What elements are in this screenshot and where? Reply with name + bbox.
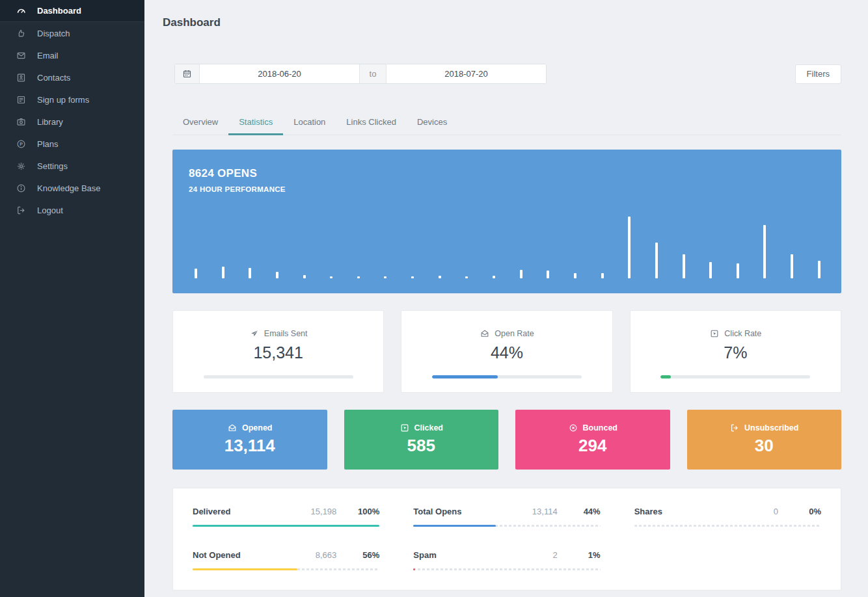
tab-links-clicked[interactable]: Links Clicked [336,112,407,135]
sidebar-item-dispatch[interactable]: Dispatch [0,22,144,44]
sidebar-menu: Dashboard Dispatch Email Contacts Sign u… [0,0,144,221]
sidebar-item-label: Sign up forms [37,95,89,105]
breakdown-panel: Delivered 15,198 100% Total Opens 13,114… [172,488,841,590]
stat-card-label: Emails Sent [173,328,383,339]
clicked-icon [400,423,410,433]
sidebar-item-sign-up-forms[interactable]: Sign up forms [0,88,144,111]
breakdown-label: Total Opens [413,507,532,516]
chart-bar [574,273,576,278]
tab-label: Links Clicked [346,117,396,127]
chart-bar [601,273,604,278]
chart-bar [384,276,387,278]
stat-card-value: 15,341 [173,343,383,362]
tab-list: Overview Statistics Location Links Click… [172,112,457,135]
tab-location[interactable]: Location [283,112,336,135]
opens-chart-panel: 8624 OPENS 24 HOUR PERFORMANCE [172,150,841,293]
breakdown-progress-fill [193,525,379,527]
breakdown-percent: 100% [356,507,379,516]
sidebar-item-label: Settings [37,161,68,171]
chart-bar [683,254,685,278]
sidebar-item-knowledge-base[interactable]: Knowledge Base [0,177,144,199]
metric-card-label: Unsubscribed [687,423,842,433]
metric-card-label: Opened [172,423,327,433]
tab-label: Devices [417,117,447,127]
sidebar-item-contacts[interactable]: Contacts [0,66,144,88]
breakdown-row-shares: Shares 0 0% [634,501,821,527]
email-icon [16,50,26,60]
sidebar-item-logout[interactable]: Logout [0,199,144,221]
stat-cards-row: Emails Sent 15,341 Open Rate 44% Click R… [172,310,841,393]
chart-subtitle: 24 HOUR PERFORMANCE [189,185,841,193]
hourly-bars [195,217,821,278]
metric-card-label: Bounced [515,423,670,433]
sidebar-item-settings[interactable]: Settings [0,155,144,177]
sidebar-item-dashboard[interactable]: Dashboard [0,0,144,22]
date-to-input[interactable] [387,64,546,83]
breakdown-row-spam: Spam 2 1% [413,545,600,570]
open-rate-icon [480,328,490,339]
breakdown-progress-fill [193,568,297,570]
chart-bar [222,267,224,278]
sidebar-item-email[interactable]: Email [0,44,144,66]
breakdown-count: 0 [774,507,778,516]
opened-icon [227,423,237,433]
chart-bar [276,272,278,278]
breakdown-label: Spam [413,550,552,560]
chart-bar [547,271,549,278]
logout-icon [16,205,26,215]
breakdown-label: Not Opened [193,550,316,560]
settings-icon [16,161,26,171]
chart-bar [411,276,414,278]
calendar-icon[interactable] [175,64,200,83]
breakdown-progress-track [193,568,379,570]
breakdown-progress-fill [413,525,495,527]
metric-card-bounced: Bounced 294 [515,410,670,470]
filters-button[interactable]: Filters [795,64,841,84]
chart-bar [791,254,793,278]
stat-card-emails-sent: Emails Sent 15,341 [172,310,384,393]
click-rate-icon [709,328,720,339]
stat-card-label: Click Rate [631,328,841,339]
breakdown-row-not-opened: Not Opened 8,663 56% [193,545,379,570]
stat-card-click-rate: Click Rate 7% [630,310,841,393]
tab-overview[interactable]: Overview [172,112,228,135]
chart-bar [330,276,332,278]
breakdown-progress-track [634,525,821,527]
tab-label: Location [293,117,325,127]
breakdown-percent: 1% [577,550,601,560]
chart-bar [249,268,251,278]
chart-bar [709,262,712,278]
breakdown-progress-track [413,568,600,570]
stat-card-value: 7% [631,343,841,362]
stat-card-value: 44% [401,343,612,362]
sidebar-item-label: Library [37,117,63,127]
tab-statistics[interactable]: Statistics [228,112,283,135]
breakdown-count: 8,663 [316,550,337,560]
breakdown-progress-fill [413,568,415,570]
sidebar-item-library[interactable]: Library [0,111,144,133]
stat-progress-fill [432,375,498,378]
metric-card-unsubscribed: Unsubscribed 30 [687,410,842,470]
plans-icon: P [16,139,26,149]
knowledge-base-icon [16,183,26,193]
library-icon [16,116,26,127]
breakdown-progress-track [413,525,600,527]
sidebar-item-plans[interactable]: P Plans [0,133,144,155]
metric-cards-row: Opened 13,114 Clicked 585 Bounced 294 Un… [172,410,841,470]
chart-title: 8624 OPENS [189,167,841,180]
date-from-input[interactable] [200,64,359,83]
breakdown-count: 13,114 [532,507,558,516]
chart-bar [303,275,306,278]
tab-devices[interactable]: Devices [407,112,457,135]
chart-bar [818,261,821,278]
sidebar: Dashboard Dispatch Email Contacts Sign u… [0,0,144,597]
breakdown-row-total-opens: Total Opens 13,114 44% [413,501,600,527]
sidebar-item-label: Knowledge Base [37,183,101,193]
breakdown-percent: 56% [356,550,379,560]
chart-bar [737,263,739,278]
stat-card-open-rate: Open Rate 44% [401,310,612,393]
tab-label: Overview [183,117,218,127]
tab-bar: Overview Statistics Location Links Click… [172,112,841,135]
chart-bar [439,276,441,278]
chart-bar [628,217,631,278]
